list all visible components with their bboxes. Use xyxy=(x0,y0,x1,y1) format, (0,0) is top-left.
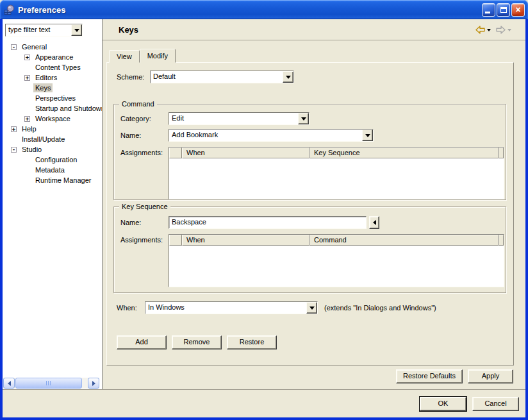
chevron-left-icon xyxy=(8,381,11,386)
back-dropdown-icon[interactable] xyxy=(487,29,491,33)
column-header-blank[interactable] xyxy=(169,147,182,158)
key-sequence-insert-button[interactable] xyxy=(369,216,379,229)
column-header-when[interactable]: When xyxy=(182,235,309,246)
tree-item-label[interactable]: General xyxy=(20,42,49,51)
tree-item-label[interactable]: Metadata xyxy=(33,165,67,174)
maximize-icon xyxy=(500,7,507,13)
command-name-label: Name: xyxy=(120,131,169,139)
page-title: Keys xyxy=(119,25,138,35)
when-note: (extends "In Dialogs and Windows") xyxy=(324,304,436,312)
tree-item-label[interactable]: Help xyxy=(20,124,38,133)
filter-input[interactable]: type filter text xyxy=(6,24,71,36)
main-panel: Keys xyxy=(103,19,525,389)
window-title: Preferences xyxy=(18,5,65,15)
expander-minus-icon[interactable]: - xyxy=(11,147,17,153)
column-header-when[interactable]: When xyxy=(182,147,309,158)
forward-dropdown-icon[interactable] xyxy=(507,29,511,33)
restore-button[interactable]: Restore xyxy=(227,335,277,349)
tree-item-label[interactable]: Startup and Shutdown xyxy=(33,104,102,113)
chevron-right-icon xyxy=(92,381,95,386)
scheme-combo[interactable]: Default xyxy=(150,71,294,83)
tree-item-startup-and-shutdown[interactable]: Startup and Shutdown xyxy=(3,103,102,113)
tree-item-runtime-manager[interactable]: Runtime Manager xyxy=(3,175,102,185)
cancel-button[interactable]: Cancel xyxy=(472,397,519,411)
chevron-down-icon xyxy=(309,307,315,312)
forward-button[interactable] xyxy=(494,24,513,35)
tree-horizontal-scrollbar[interactable] xyxy=(3,378,99,389)
key-sequence-assignments-body[interactable] xyxy=(169,246,504,287)
expander-plus-icon[interactable]: + xyxy=(11,126,17,132)
maximize-button[interactable] xyxy=(497,3,510,17)
tree-item-label[interactable]: Appearance xyxy=(33,53,75,62)
key-sequence-assignments-label: Assignments: xyxy=(120,234,169,244)
tab-modify[interactable]: Modify xyxy=(140,49,176,63)
tree-item-label[interactable]: Workspace xyxy=(33,114,72,123)
key-sequence-assignments-table[interactable]: When Command xyxy=(169,234,504,287)
expander-plus-icon[interactable]: + xyxy=(24,55,30,60)
chevron-down-icon xyxy=(301,117,306,123)
tree-item-metadata[interactable]: Metadata xyxy=(3,165,102,175)
ok-button[interactable]: OK xyxy=(420,397,466,411)
titlebar[interactable]: Preferences × xyxy=(0,0,528,19)
tree-item-keys[interactable]: Keys xyxy=(3,83,102,93)
tree-item-label[interactable]: Perspectives xyxy=(33,94,78,103)
scheme-dropdown-button[interactable] xyxy=(283,71,293,83)
command-group: Command Category: Edit Name: xyxy=(113,104,506,200)
tree-item-content-types[interactable]: Content Types xyxy=(3,62,102,72)
tree-item-label[interactable]: Runtime Manager xyxy=(33,176,93,185)
app-icon xyxy=(4,4,15,15)
tree-item-help[interactable]: +Help xyxy=(3,124,102,134)
tree-item-perspectives[interactable]: Perspectives xyxy=(3,93,102,103)
filter-dropdown-button[interactable] xyxy=(71,24,82,36)
back-icon xyxy=(475,25,486,35)
preferences-sidebar: type filter text -General+AppearanceCont… xyxy=(3,19,103,389)
column-header-command[interactable]: Command xyxy=(309,235,499,246)
when-combo[interactable]: In Windows xyxy=(145,301,318,314)
restore-defaults-button[interactable]: Restore Defaults xyxy=(396,369,463,383)
tree-item-label[interactable]: Install/Update xyxy=(20,135,67,144)
key-sequence-name-label: Name: xyxy=(120,219,169,226)
page-header: Keys xyxy=(103,19,525,40)
tree-item-label[interactable]: Editors xyxy=(33,73,59,82)
category-combo[interactable]: Edit xyxy=(169,112,309,125)
close-button[interactable]: × xyxy=(511,3,525,17)
command-name-combo[interactable]: Add Bookmark xyxy=(169,129,374,142)
apply-button[interactable]: Apply xyxy=(468,369,513,383)
tree-item-label[interactable]: Studio xyxy=(20,145,44,154)
column-header-blank[interactable] xyxy=(169,235,182,246)
key-sequence-group-title: Key Sequence xyxy=(119,202,170,211)
tree-item-appearance[interactable]: +Appearance xyxy=(3,52,102,62)
tree-item-editors[interactable]: +Editors xyxy=(3,72,102,83)
tree-item-install-update[interactable]: Install/Update xyxy=(3,134,102,144)
tree-item-configuration[interactable]: Configuration xyxy=(3,155,102,165)
back-button[interactable] xyxy=(474,24,492,35)
when-dropdown-button[interactable] xyxy=(306,302,317,314)
tree-item-studio[interactable]: -Studio xyxy=(3,144,102,155)
scroll-right-button[interactable] xyxy=(88,378,99,389)
command-assignments-body[interactable] xyxy=(169,158,504,199)
column-header-filler xyxy=(499,235,504,246)
scrollbar-track[interactable] xyxy=(15,378,88,389)
tree-item-label[interactable]: Keys xyxy=(33,83,53,92)
filter-combo[interactable]: type filter text xyxy=(5,24,83,37)
add-button[interactable]: Add xyxy=(117,335,167,349)
command-assignments-table[interactable]: When Key Sequence xyxy=(169,147,504,199)
column-header-key-sequence[interactable]: Key Sequence xyxy=(309,147,499,158)
left-triangle-icon xyxy=(373,220,376,225)
command-name-dropdown-button[interactable] xyxy=(362,130,373,141)
expander-minus-icon[interactable]: - xyxy=(11,44,17,50)
minimize-button[interactable] xyxy=(482,3,495,17)
preferences-tree: -General+AppearanceContent Types+Editors… xyxy=(3,42,102,377)
tree-item-label[interactable]: Content Types xyxy=(33,63,83,72)
scrollbar-thumb[interactable] xyxy=(15,378,82,389)
tab-view[interactable]: View xyxy=(109,50,140,63)
category-dropdown-button[interactable] xyxy=(298,113,309,124)
tree-item-label[interactable]: Configuration xyxy=(33,155,79,164)
key-sequence-input[interactable]: Backspace xyxy=(169,216,367,229)
tree-item-workspace[interactable]: +Workspace xyxy=(3,113,102,124)
remove-button[interactable]: Remove xyxy=(172,335,222,349)
expander-plus-icon[interactable]: + xyxy=(24,116,30,122)
tree-item-general[interactable]: -General xyxy=(3,42,102,52)
expander-plus-icon[interactable]: + xyxy=(24,75,30,81)
scroll-left-button[interactable] xyxy=(3,378,15,389)
